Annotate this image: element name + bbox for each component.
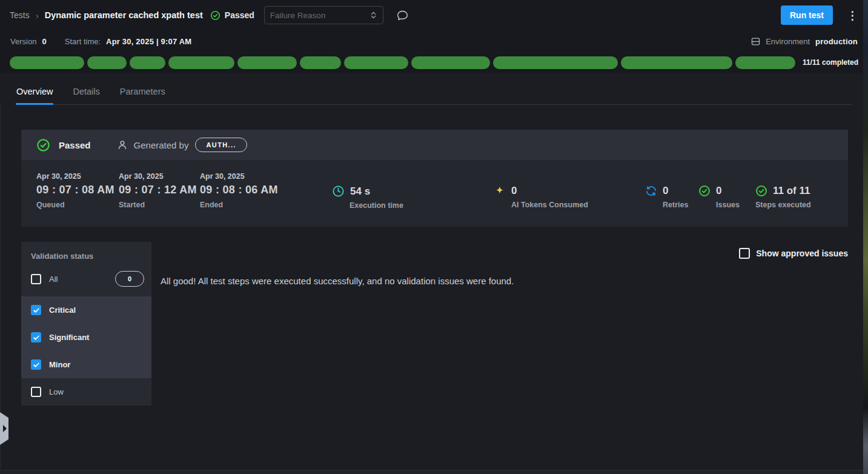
filter-label: Minor	[49, 360, 70, 369]
meta-row: Version 0 Start time: Apr 30, 2025 | 9:0…	[0, 30, 868, 52]
filter-count-badge: 0	[115, 271, 144, 287]
check-circle-icon	[755, 185, 767, 197]
show-approved-issues-toggle[interactable]: Show approved issues	[739, 248, 848, 259]
steps-progress-bar: 11/11 completed	[0, 52, 868, 73]
environment-value: production	[815, 37, 858, 46]
filter-checkbox[interactable]	[31, 332, 41, 342]
breadcrumb-chevron-icon: ›	[36, 10, 39, 21]
test-run-window: Tests › Dynamic parameter cached xpath t…	[0, 0, 868, 474]
top-bar: Tests › Dynamic parameter cached xpath t…	[0, 0, 868, 30]
progress-segment[interactable]	[168, 56, 234, 69]
expand-sidebar-handle[interactable]	[0, 412, 8, 445]
timestamp-time: 09 : 07 : 08 AM	[36, 184, 115, 196]
show-approved-label: Show approved issues	[756, 249, 848, 258]
clock-icon	[332, 185, 345, 198]
overview-content: Passed Generated by AUTH...	[0, 105, 868, 474]
failure-reason-select[interactable]: Failure Reason	[264, 6, 383, 24]
check-circle-icon	[210, 10, 220, 21]
show-approved-checkbox[interactable]	[739, 248, 750, 259]
timestamp-date: Apr 30, 2025	[200, 172, 279, 181]
metric-label: Issues	[716, 201, 740, 209]
generated-by-label: Generated by	[134, 140, 189, 150]
metric-label: AI Tokens Consumed	[511, 201, 588, 209]
progress-segment[interactable]	[621, 56, 732, 69]
progress-segment[interactable]	[735, 56, 795, 69]
timestamp-label: Ended	[200, 201, 279, 209]
breadcrumb-tests-link[interactable]: Tests	[10, 10, 30, 20]
tabs-bar: Overview Details Parameters	[0, 73, 868, 105]
user-icon	[116, 139, 128, 151]
validation-status-title: Validation status	[21, 242, 151, 263]
timestamp-column: Apr 30, 2025 09 : 08 : 06 AM Ended	[200, 172, 279, 209]
metric-value: 0	[511, 185, 517, 197]
progress-segment[interactable]	[130, 56, 165, 69]
timestamp-column: Apr 30, 2025 09 : 07 : 12 AM Started	[119, 172, 197, 209]
metric-label: Retries	[663, 201, 688, 209]
comment-button[interactable]	[396, 9, 409, 22]
updown-chevron-icon	[369, 11, 377, 19]
status-badge: Passed	[210, 10, 254, 21]
tab[interactable]: Parameters	[119, 81, 166, 104]
start-time: Start time: Apr 30, 2025 | 9:07 AM	[65, 37, 191, 46]
filter-checkbox[interactable]	[31, 305, 41, 315]
filter-checkbox[interactable]	[31, 359, 41, 370]
filter-label: Significant	[49, 333, 89, 342]
start-time-value: Apr 30, 2025 | 9:07 AM	[106, 37, 191, 46]
run-summary-card: Passed Generated by AUTH...	[21, 130, 848, 227]
progress-segment[interactable]	[493, 56, 618, 69]
timestamp-date: Apr 30, 2025	[119, 172, 197, 181]
timestamp-column: Apr 30, 2025 09 : 07 : 08 AM Queued	[36, 172, 115, 209]
validation-filter-row[interactable]: All 0	[21, 263, 151, 296]
timestamp-time: 09 : 08 : 06 AM	[200, 184, 279, 196]
expand-sidebar-icon	[3, 425, 7, 432]
metric-label: Steps executed	[755, 201, 811, 209]
check-circle-icon	[698, 185, 711, 197]
generated-by-user-pill[interactable]: AUTH...	[195, 138, 247, 152]
metric-value: 0	[716, 185, 721, 197]
filter-label: Critical	[49, 305, 76, 315]
tab[interactable]: Overview	[16, 81, 53, 104]
retry-icon	[645, 185, 657, 197]
run-test-button[interactable]: Run test	[781, 5, 833, 25]
metric: 11 of 11 Steps executed	[755, 185, 811, 209]
failure-reason-placeholder: Failure Reason	[270, 11, 326, 20]
kebab-menu-icon[interactable]: ⋮	[847, 10, 858, 21]
timestamp-label: Queued	[36, 201, 115, 209]
progress-segment[interactable]	[10, 56, 84, 69]
version-value: 0	[42, 37, 46, 46]
generated-by: Generated by AUTH...	[116, 138, 247, 152]
version-label: Version	[10, 37, 36, 46]
metric: 0 Issues	[698, 185, 740, 209]
environment-icon	[750, 36, 761, 47]
page-title: Dynamic parameter cached xpath test	[45, 10, 203, 20]
progress-segment[interactable]	[300, 56, 341, 69]
filter-checkbox[interactable]	[31, 387, 41, 397]
filter-checkbox[interactable]	[31, 274, 41, 284]
validation-status-panel: Validation status All 0	[21, 242, 151, 406]
metric: 54 s Execution time	[332, 185, 403, 210]
window-footer-strip	[0, 470, 863, 474]
progress-segment[interactable]	[344, 56, 408, 69]
validation-filter-row[interactable]: Low	[21, 378, 151, 406]
environment-label: Environment	[766, 37, 810, 46]
metric: 0 Retries	[645, 185, 688, 209]
progress-track	[10, 56, 795, 69]
metric: 0 AI Tokens Consumed	[494, 185, 588, 209]
timestamp-date: Apr 30, 2025	[36, 172, 115, 181]
run-summary-body: Apr 30, 2025 09 : 07 : 08 AM Queued Apr …	[21, 160, 848, 227]
filter-label: Low	[49, 387, 64, 396]
timestamp-time: 09 : 07 : 12 AM	[119, 184, 197, 196]
metric-value: 54 s	[350, 185, 370, 198]
no-issues-message: All good! All test steps were executed s…	[161, 276, 514, 286]
validation-filter-row[interactable]: Critical	[21, 296, 151, 324]
validation-filter-row[interactable]: Minor	[21, 351, 151, 378]
progress-segment[interactable]	[237, 56, 297, 69]
check-circle-icon	[36, 138, 50, 152]
tab[interactable]: Details	[72, 81, 100, 104]
environment: Environment production	[750, 36, 858, 47]
validation-filter-row[interactable]: Significant	[21, 324, 151, 351]
progress-segment[interactable]	[87, 56, 127, 69]
progress-segment[interactable]	[411, 56, 490, 69]
start-time-label: Start time:	[65, 37, 101, 46]
progress-completed-label: 11/11 completed	[803, 58, 858, 67]
